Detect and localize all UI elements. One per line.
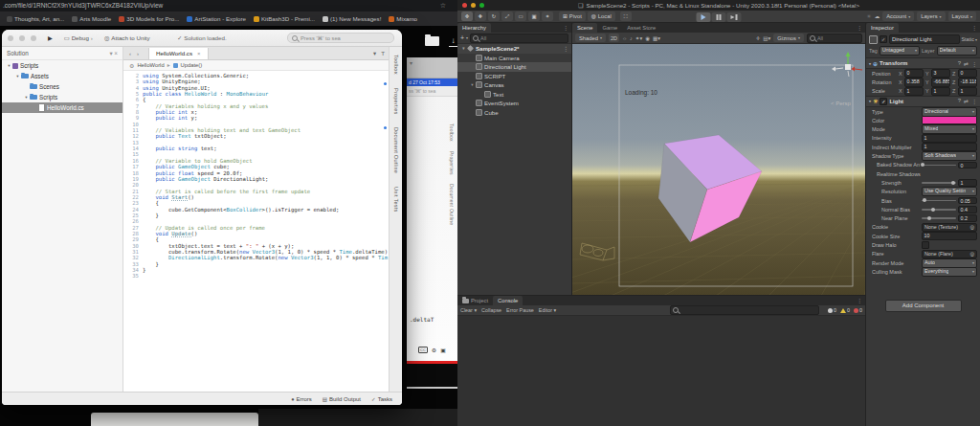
window-close-button[interactable]: [8, 35, 13, 41]
slider-track[interactable]: [922, 200, 956, 202]
breadcrumb[interactable]: ⚙ HelloWorld ▸ Update(): [123, 60, 389, 71]
transform-tool-button[interactable]: ▣: [528, 11, 540, 21]
add-component-button[interactable]: Add Component: [885, 300, 962, 312]
solution-tree-item[interactable]: ▾Scripts: [2, 92, 122, 102]
panel-menu-icon[interactable]: ⋮: [971, 24, 977, 31]
expander-icon[interactable]: ▾: [460, 46, 467, 51]
slider-knob[interactable]: [951, 181, 955, 185]
dock-tab-toolbox[interactable]: Toolbox: [393, 55, 399, 75]
rotation-x-field[interactable]: 0.358: [904, 78, 924, 87]
create-object-button[interactable]: +: [460, 34, 464, 42]
hierarchy-tab[interactable]: Hierarchy: [457, 23, 491, 33]
expander-icon[interactable]: ▾: [23, 95, 30, 100]
bookmark-item[interactable]: KitBash3D - Premi...: [254, 15, 315, 22]
game-tab[interactable]: Game: [597, 23, 622, 33]
hierarchy-search-input[interactable]: All: [470, 34, 568, 43]
unity-close-button[interactable]: [462, 3, 467, 8]
tool-settings-icon[interactable]: ✛: [756, 35, 761, 41]
scale-x-field[interactable]: 1: [904, 87, 924, 97]
warning-count[interactable]: 0: [840, 307, 850, 313]
slider-value-field[interactable]: 0: [958, 162, 977, 169]
value-field[interactable]: 10: [922, 232, 977, 241]
pad-options-icon[interactable]: ▾ ×: [109, 47, 118, 59]
tag-dropdown[interactable]: Untagged▾: [880, 46, 920, 56]
dropdown-field[interactable]: Use Quality Settin▾: [922, 187, 977, 196]
editor-tab[interactable]: HelloWorld.cs×: [148, 48, 209, 59]
nav-forward-icon[interactable]: ›: [137, 51, 139, 56]
presets-icon[interactable]: ⇄: [964, 60, 969, 67]
captions-icon[interactable]: CC: [418, 347, 428, 353]
run-config-dropdown[interactable]: ▭ Debug›: [64, 34, 93, 41]
solution-tree-item[interactable]: ▾Assets: [2, 71, 122, 81]
local-toggle[interactable]: ◍Local: [588, 11, 615, 21]
bookmark-item[interactable]: Thoughts, Art, an...: [7, 15, 64, 22]
cloud-icon[interactable]: ☁: [875, 13, 880, 19]
window-zoom-button[interactable]: [31, 35, 36, 41]
gizmos-dropdown[interactable]: Gizmos▾: [773, 34, 804, 42]
scale-z-field[interactable]: 1: [958, 87, 977, 97]
hierarchy-item[interactable]: ▾SampleScene2*⋮: [457, 44, 571, 54]
project-tab[interactable]: Project: [457, 296, 493, 305]
hierarchy-item[interactable]: EventSystem: [457, 99, 571, 108]
create-dropdown-icon[interactable]: ▾: [466, 35, 468, 40]
status-build-output[interactable]: ▤Build Output: [323, 396, 361, 402]
status-errors[interactable]: ●Errors: [291, 396, 312, 402]
value-field[interactable]: 1: [922, 134, 977, 144]
dropdown-field[interactable]: Directional▾: [922, 107, 977, 117]
slider-knob[interactable]: [927, 216, 931, 220]
help-icon[interactable]: ?: [958, 60, 961, 67]
dock-tab-properties[interactable]: Properties: [393, 88, 399, 115]
rotation-y-field[interactable]: -66.885: [931, 78, 950, 87]
play-button[interactable]: [697, 12, 711, 22]
console-button-collapse[interactable]: Collapse: [481, 307, 501, 313]
move-tool-button[interactable]: ✚: [475, 11, 486, 21]
slider-track[interactable]: [922, 165, 956, 167]
hierarchy-item[interactable]: Directional Light: [457, 62, 571, 72]
layer-dropdown[interactable]: Default▾: [937, 46, 977, 56]
dock-tab-unit-tests[interactable]: Unit Tests: [393, 187, 399, 212]
color-swatch[interactable]: [922, 116, 977, 124]
run-button[interactable]: ▶: [48, 34, 53, 41]
bookmark-item[interactable]: Mixamo: [389, 15, 417, 22]
inspector-tab[interactable]: Inspector: [866, 23, 899, 33]
rotate-tool-button[interactable]: ↻: [488, 11, 500, 21]
editor-options-icon[interactable]: T: [381, 50, 385, 56]
scene-viewport[interactable]: Loading: 10: [572, 44, 865, 296]
panel-menu-icon[interactable]: ⋮: [857, 24, 862, 31]
step-button[interactable]: [727, 12, 742, 22]
component-menu-icon[interactable]: ⋮: [971, 60, 977, 67]
position-z-field[interactable]: 0: [958, 69, 977, 78]
shading-dropdown[interactable]: Shaded▾: [575, 34, 606, 42]
info-count[interactable]: 0: [828, 307, 836, 313]
undo-history-icon[interactable]: ☀: [867, 13, 872, 19]
2d-toggle[interactable]: 2D: [609, 34, 619, 42]
tab-close-icon[interactable]: ×: [197, 48, 201, 59]
hand-tool-button[interactable]: ✥: [461, 11, 473, 21]
nav-back-icon[interactable]: ‹: [129, 51, 131, 56]
audio-toggle-icon[interactable]: ♪: [630, 35, 633, 41]
folder-icon[interactable]: [425, 36, 439, 46]
solution-tree-item[interactable]: ▾Scripts: [2, 60, 122, 71]
slider-value-field[interactable]: 0.2: [958, 214, 977, 222]
lighting-toggle-icon[interactable]: ☼: [622, 35, 627, 41]
console-button-error-pause[interactable]: Error Pause: [506, 307, 534, 313]
asset-store-tab[interactable]: Asset Store: [622, 23, 660, 33]
visibility-toggle-icon[interactable]: ◉: [645, 35, 650, 41]
console-tab[interactable]: Console: [493, 296, 523, 305]
object-picker-field[interactable]: None (Texture)◎: [922, 223, 977, 233]
unity-zoom-button[interactable]: [479, 3, 484, 8]
bookmark-item[interactable]: Arts Moodle: [72, 15, 111, 22]
window-minimize-button[interactable]: [19, 35, 25, 41]
scene-menu-icon[interactable]: ⋮: [563, 45, 568, 52]
slider-value-field[interactable]: 1: [958, 179, 977, 187]
video-controls[interactable]: CC ⚙ ▣: [407, 344, 457, 355]
light-component-header[interactable]: ▾☀ ✓ Light ?⇄⋮: [866, 96, 980, 107]
code-editor[interactable]: 2345678910111213141516171819202122232425…: [123, 71, 389, 392]
dropdown-field[interactable]: Everything▾: [922, 267, 977, 277]
dock-tab-document-outline[interactable]: Document Outline: [393, 127, 399, 173]
slider-knob[interactable]: [931, 208, 935, 212]
slider-value-field[interactable]: 0.05: [958, 197, 977, 205]
slider-value-field[interactable]: 0.4: [958, 206, 977, 213]
position-x-field[interactable]: 0: [904, 69, 924, 78]
code-text[interactable]: using System.Collections.Generic;using U…: [143, 71, 389, 392]
